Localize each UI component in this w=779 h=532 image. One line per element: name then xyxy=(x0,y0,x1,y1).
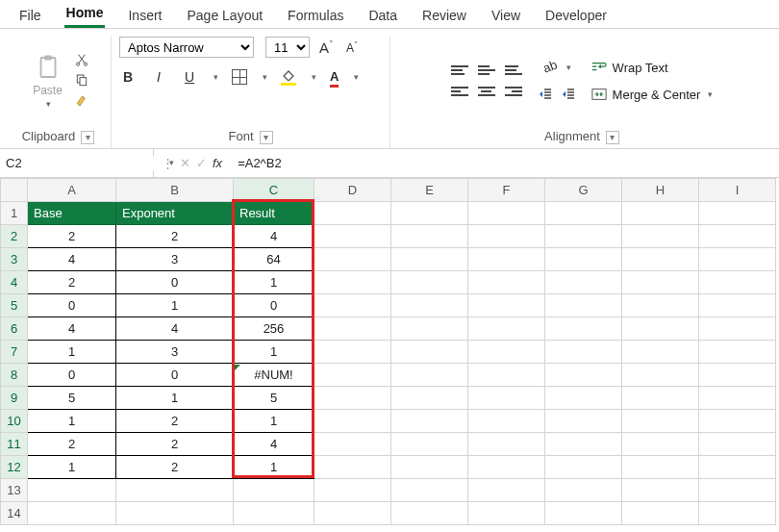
cell-A12[interactable]: 1 xyxy=(28,455,116,478)
cell-B4[interactable]: 0 xyxy=(116,270,234,293)
font-color-icon[interactable]: A xyxy=(330,69,339,86)
increase-indent-icon[interactable] xyxy=(561,87,576,102)
copy-icon[interactable] xyxy=(74,73,89,89)
row-header-6[interactable]: 6 xyxy=(1,317,28,340)
col-header-C[interactable]: C xyxy=(234,178,314,201)
cell-B7[interactable]: 3 xyxy=(116,340,234,363)
cell-D5[interactable] xyxy=(314,293,391,317)
cell-I6[interactable] xyxy=(699,317,776,340)
cell-C2[interactable]: 4 xyxy=(234,224,314,247)
row-header-10[interactable]: 10 xyxy=(1,409,28,432)
align-center-icon[interactable] xyxy=(478,87,495,96)
cell-C13[interactable] xyxy=(234,478,314,501)
cell-I5[interactable] xyxy=(699,293,776,317)
cell-G2[interactable] xyxy=(545,224,622,247)
col-header-E[interactable]: E xyxy=(391,178,468,201)
row-header-12[interactable]: 12 xyxy=(1,455,28,478)
row-header-5[interactable]: 5 xyxy=(1,293,28,317)
cell-B1[interactable]: Exponent xyxy=(116,201,234,224)
underline-button[interactable]: U xyxy=(181,67,198,87)
chevron-down-icon[interactable]: ▾ xyxy=(214,72,218,82)
cell-C6[interactable]: 256 xyxy=(234,317,314,340)
cell-E12[interactable] xyxy=(391,455,468,478)
cell-A5[interactable]: 0 xyxy=(28,293,116,317)
cell-I1[interactable] xyxy=(699,201,776,224)
cell-G8[interactable] xyxy=(545,363,622,386)
cell-B5[interactable]: 1 xyxy=(116,293,234,317)
tab-home[interactable]: Home xyxy=(64,5,106,28)
cell-H4[interactable] xyxy=(622,270,699,293)
cell-C4[interactable]: 1 xyxy=(234,270,314,293)
tab-formulas[interactable]: Formulas xyxy=(286,8,345,28)
cell-D3[interactable] xyxy=(314,247,391,270)
cell-G14[interactable] xyxy=(545,501,622,524)
cell-G7[interactable] xyxy=(545,340,622,363)
cell-G5[interactable] xyxy=(545,293,622,317)
cell-F12[interactable] xyxy=(468,455,545,478)
expand-icon[interactable]: ⋮ xyxy=(162,156,174,170)
merge-center-button[interactable]: Merge & Center ▾ xyxy=(591,87,714,102)
cell-F1[interactable] xyxy=(468,201,545,224)
cell-I7[interactable] xyxy=(699,340,776,363)
cell-H2[interactable] xyxy=(622,224,699,247)
cell-D8[interactable] xyxy=(314,363,391,386)
cell-E1[interactable] xyxy=(391,201,468,224)
cell-D11[interactable] xyxy=(314,432,391,455)
cell-A3[interactable]: 4 xyxy=(28,247,116,270)
cell-C7[interactable]: 1 xyxy=(234,340,314,363)
cell-G10[interactable] xyxy=(545,409,622,432)
cell-H7[interactable] xyxy=(622,340,699,363)
row-header-4[interactable]: 4 xyxy=(1,270,28,293)
cell-C9[interactable]: 5 xyxy=(234,386,314,409)
cell-H6[interactable] xyxy=(622,317,699,340)
cell-H14[interactable] xyxy=(622,501,699,524)
cell-H8[interactable] xyxy=(622,363,699,386)
cell-F13[interactable] xyxy=(468,478,545,501)
cell-I3[interactable] xyxy=(699,247,776,270)
cell-A7[interactable]: 1 xyxy=(28,340,116,363)
cell-I8[interactable] xyxy=(699,363,776,386)
cell-C11[interactable]: 4 xyxy=(234,432,314,455)
cell-A11[interactable]: 2 xyxy=(28,432,116,455)
increase-font-icon[interactable]: A˄ xyxy=(317,38,336,58)
col-header-I[interactable]: I xyxy=(699,178,776,201)
select-all-corner[interactable] xyxy=(1,178,28,201)
cell-E13[interactable] xyxy=(391,478,468,501)
tab-insert[interactable]: Insert xyxy=(126,8,163,28)
tab-developer[interactable]: Developer xyxy=(543,8,609,28)
cell-D2[interactable] xyxy=(314,224,391,247)
cell-I12[interactable] xyxy=(699,455,776,478)
col-header-F[interactable]: F xyxy=(468,178,545,201)
cell-F6[interactable] xyxy=(468,317,545,340)
cell-D1[interactable] xyxy=(314,201,391,224)
align-top-icon[interactable] xyxy=(451,65,468,75)
cell-F5[interactable] xyxy=(468,293,545,317)
wrap-text-button[interactable]: Wrap Text xyxy=(591,60,668,75)
cell-I14[interactable] xyxy=(699,501,776,524)
cell-F8[interactable] xyxy=(468,363,545,386)
col-header-H[interactable]: H xyxy=(622,178,699,201)
cell-D14[interactable] xyxy=(314,501,391,524)
name-box[interactable]: ▾ xyxy=(0,149,154,177)
cell-H9[interactable] xyxy=(622,386,699,409)
cell-E3[interactable] xyxy=(391,247,468,270)
tab-review[interactable]: Review xyxy=(420,8,468,28)
cell-E8[interactable] xyxy=(391,363,468,386)
italic-button[interactable]: I xyxy=(150,67,167,87)
cell-A10[interactable]: 1 xyxy=(28,409,116,432)
cell-D13[interactable] xyxy=(314,478,391,501)
dialog-launcher-icon[interactable]: ▾ xyxy=(81,131,94,144)
cell-A14[interactable] xyxy=(28,501,116,524)
cell-H10[interactable] xyxy=(622,409,699,432)
cell-F3[interactable] xyxy=(468,247,545,270)
dialog-launcher-icon[interactable]: ▾ xyxy=(606,131,619,144)
cell-C5[interactable]: 0 xyxy=(234,293,314,317)
format-painter-icon[interactable] xyxy=(74,94,89,110)
cell-E9[interactable] xyxy=(391,386,468,409)
align-left-icon[interactable] xyxy=(451,87,468,96)
cut-icon[interactable] xyxy=(74,52,89,67)
cell-H1[interactable] xyxy=(622,201,699,224)
col-header-G[interactable]: G xyxy=(545,178,622,201)
cell-F9[interactable] xyxy=(468,386,545,409)
cell-D7[interactable] xyxy=(314,340,391,363)
